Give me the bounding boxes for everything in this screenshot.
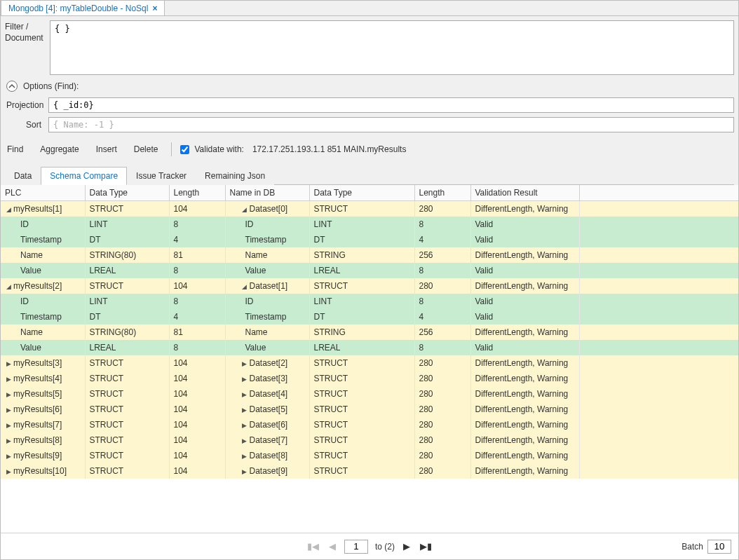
tab-data[interactable]: Data [5, 167, 41, 185]
filter-document-label: Filter / Document [5, 20, 44, 43]
cell-length-1: 104 [169, 417, 225, 432]
chevron-down-icon[interactable]: ◢ [5, 206, 12, 213]
chevron-right-icon[interactable]: ▶ [5, 422, 12, 429]
cell-length-1: 81 [169, 325, 225, 340]
aggregate-button[interactable]: Aggregate [32, 141, 86, 158]
chevron-right-icon[interactable]: ▶ [5, 391, 12, 398]
document-tab[interactable]: Mongodb [4]: myTableDouble - NoSql × [1, 0, 165, 15]
table-row[interactable]: TimestampDT4TimestampDT4Valid [1, 232, 738, 247]
table-row[interactable]: ▶myResults[9]STRUCT104▶Dataset[8]STRUCT2… [1, 448, 738, 463]
chevron-down-icon[interactable]: ◢ [241, 206, 248, 213]
table-row[interactable]: ValueLREAL8ValueLREAL8Valid [1, 263, 738, 278]
cell-length-1: 104 [169, 386, 225, 402]
validate-with-checkbox-input[interactable] [180, 145, 189, 154]
cell-data-type-2: STRUCT [309, 402, 414, 417]
chevron-right-icon[interactable]: ▶ [241, 468, 248, 475]
tab-remaining-json[interactable]: Remaining Json [196, 167, 274, 185]
table-row[interactable]: IDLINT8IDLINT8Valid [1, 294, 738, 309]
cell-plc: Name [1, 325, 85, 340]
cell-plc: Value [1, 263, 85, 278]
cell-data-type-2: STRUCT [309, 371, 414, 386]
cell-length-2: 280 [414, 463, 470, 479]
table-row[interactable]: ◢myResults[1]STRUCT104◢Dataset[0]STRUCT2… [1, 201, 738, 217]
schema-compare-grid: PLC Data Type Length Name in DB Data Typ… [1, 185, 738, 479]
table-row[interactable]: ▶myResults[6]STRUCT104▶Dataset[5]STRUCT2… [1, 402, 738, 417]
cell-plc: ID [1, 294, 85, 309]
chevron-down-icon[interactable]: ◢ [241, 283, 248, 290]
chevron-right-icon[interactable]: ▶ [5, 407, 12, 414]
cell-plc: Timestamp [1, 232, 85, 247]
cell-data-type-2: LINT [309, 217, 414, 232]
chevron-right-icon[interactable]: ▶ [241, 391, 248, 398]
batch-input[interactable] [707, 540, 731, 554]
insert-button[interactable]: Insert [88, 141, 125, 158]
cell-validation-result: DifferentLength, Warning [470, 432, 579, 448]
sort-input[interactable] [48, 117, 734, 132]
cell-name-in-db: ▶Dataset[5] [225, 402, 309, 417]
cell-spare [579, 448, 738, 463]
projection-input[interactable] [48, 97, 734, 113]
cell-spare [579, 325, 738, 340]
cell-spare [579, 278, 738, 294]
pager-last-icon[interactable]: ▶▮ [419, 541, 433, 552]
column-header-length-1[interactable]: Length [169, 185, 225, 201]
cell-length-2: 280 [414, 278, 470, 294]
cell-data-type-1: DT [85, 232, 169, 247]
delete-button[interactable]: Delete [126, 141, 166, 158]
options-collapse-toggle[interactable] [6, 81, 18, 92]
pager-page-input[interactable] [344, 540, 368, 554]
cell-name-in-db: ▶Dataset[7] [225, 432, 309, 448]
chevron-right-icon[interactable]: ▶ [241, 407, 248, 414]
chevron-right-icon[interactable]: ▶ [241, 437, 248, 444]
cell-name-in-db: Name [225, 247, 309, 263]
cell-data-type-1: DT [85, 309, 169, 325]
chevron-right-icon[interactable]: ▶ [241, 376, 248, 383]
cell-plc: ▶myResults[4] [1, 371, 85, 386]
table-row[interactable]: ValueLREAL8ValueLREAL8Valid [1, 340, 738, 355]
table-row[interactable]: ▶myResults[7]STRUCT104▶Dataset[6]STRUCT2… [1, 417, 738, 432]
pager-next-icon[interactable]: ▶ [402, 541, 412, 552]
column-header-data-type-1[interactable]: Data Type [85, 185, 169, 201]
column-header-validation-result[interactable]: Validation Result [470, 185, 579, 201]
chevron-right-icon[interactable]: ▶ [5, 468, 12, 475]
table-row[interactable]: IDLINT8IDLINT8Valid [1, 217, 738, 232]
table-row[interactable]: ▶myResults[5]STRUCT104▶Dataset[4]STRUCT2… [1, 386, 738, 402]
column-header-name-in-db[interactable]: Name in DB [225, 185, 309, 201]
pager-first-icon[interactable]: ▮◀ [306, 541, 320, 552]
chevron-up-icon [8, 83, 15, 90]
cell-length-1: 8 [169, 217, 225, 232]
chevron-right-icon[interactable]: ▶ [5, 376, 12, 383]
close-icon[interactable]: × [152, 4, 157, 13]
column-header-plc[interactable]: PLC [1, 185, 85, 201]
table-row[interactable]: NameSTRING(80)81NameSTRING256DifferentLe… [1, 247, 738, 263]
chevron-right-icon[interactable]: ▶ [5, 453, 12, 460]
table-row[interactable]: ▶myResults[4]STRUCT104▶Dataset[3]STRUCT2… [1, 371, 738, 386]
chevron-right-icon[interactable]: ▶ [241, 422, 248, 429]
pager-prev-icon[interactable]: ◀ [327, 541, 337, 552]
chevron-right-icon[interactable]: ▶ [241, 360, 248, 367]
cell-data-type-2: STRUCT [309, 448, 414, 463]
chevron-right-icon[interactable]: ▶ [5, 360, 12, 367]
chevron-down-icon[interactable]: ◢ [5, 283, 12, 290]
table-row[interactable]: TimestampDT4TimestampDT4Valid [1, 309, 738, 325]
validate-with-checkbox[interactable]: Validate with: [177, 143, 243, 156]
find-button[interactable]: Find [5, 141, 31, 158]
column-header-data-type-2[interactable]: Data Type [309, 185, 414, 201]
cell-spare [579, 371, 738, 386]
cell-name-in-db: ▶Dataset[6] [225, 417, 309, 432]
chevron-right-icon[interactable]: ▶ [241, 453, 248, 460]
table-row[interactable]: ◢myResults[2]STRUCT104◢Dataset[1]STRUCT2… [1, 278, 738, 294]
filter-document-input[interactable]: { } [50, 20, 734, 75]
chevron-right-icon[interactable]: ▶ [5, 437, 12, 444]
cell-plc: ◢myResults[1] [1, 201, 85, 217]
column-header-length-2[interactable]: Length [414, 185, 470, 201]
tab-schema-compare[interactable]: Schema Compare [41, 167, 127, 185]
cell-length-1: 81 [169, 247, 225, 263]
table-row[interactable]: ▶myResults[10]STRUCT104▶Dataset[9]STRUCT… [1, 463, 738, 479]
table-row[interactable]: ▶myResults[3]STRUCT104▶Dataset[2]STRUCT2… [1, 355, 738, 371]
table-row[interactable]: ▶myResults[8]STRUCT104▶Dataset[7]STRUCT2… [1, 432, 738, 448]
table-row[interactable]: NameSTRING(80)81NameSTRING256DifferentLe… [1, 325, 738, 340]
cell-data-type-2: STRING [309, 247, 414, 263]
tab-issue-tracker[interactable]: Issue Tracker [127, 167, 196, 185]
cell-spare [579, 217, 738, 232]
